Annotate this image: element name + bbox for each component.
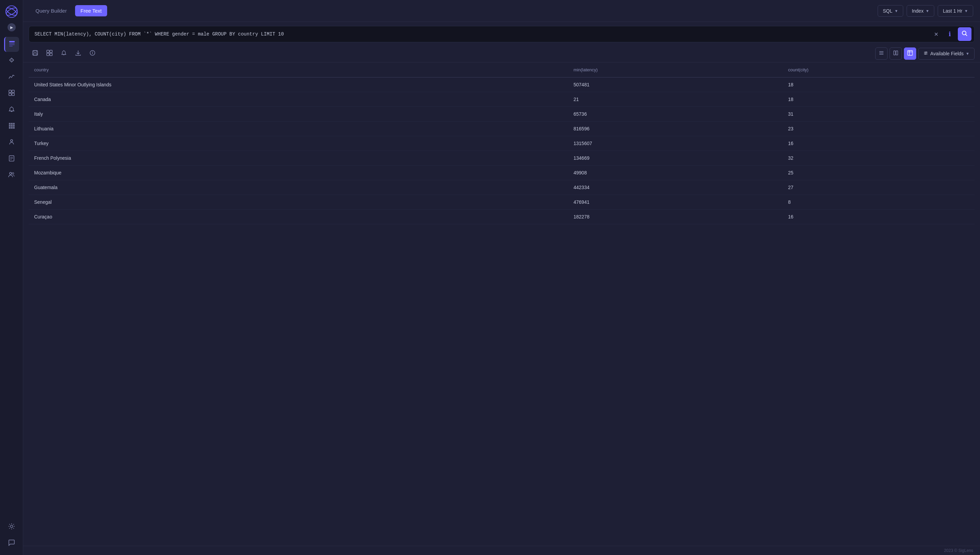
svg-rect-10: [12, 93, 14, 96]
run-query-button[interactable]: [958, 27, 972, 41]
time-label: Last 1 Hr: [943, 8, 962, 14]
sidebar-item-settings[interactable]: [4, 520, 19, 534]
grid-view-button[interactable]: [43, 47, 56, 60]
multiusers-icon: [8, 171, 15, 180]
topbar-controls: SQL ▼ Index ▼ Last 1 Hr ▼: [878, 5, 973, 17]
table-cell-country: Turkey: [29, 136, 568, 151]
table-view-button[interactable]: [904, 47, 916, 60]
save-button[interactable]: [29, 47, 42, 60]
sidebar-item-explore[interactable]: [4, 53, 19, 68]
svg-rect-44: [50, 53, 52, 56]
table-row: Lithuania81659623: [29, 122, 975, 136]
info-table-button[interactable]: [86, 47, 99, 60]
svg-rect-52: [896, 51, 898, 55]
sidebar-item-metrics[interactable]: [4, 70, 19, 85]
table-cell-min_latency: 134669: [568, 151, 783, 165]
svg-rect-3: [9, 41, 15, 42]
svg-rect-8: [12, 90, 14, 93]
table-row: Italy6573631: [29, 107, 975, 122]
metrics-icon: [8, 73, 15, 82]
toolbar-right: Available Fields ▼: [875, 47, 975, 60]
svg-rect-9: [9, 93, 11, 96]
table-row: Mozambique4990825: [29, 165, 975, 180]
tab-free-text[interactable]: Free Text: [75, 5, 107, 16]
svg-point-26: [12, 172, 14, 174]
tab-query-builder[interactable]: Query Builder: [30, 5, 72, 16]
main-content: Query Builder Free Text SQL ▼ Index ▼ La…: [23, 0, 980, 555]
reports-icon: [8, 155, 15, 164]
svg-point-25: [10, 172, 11, 175]
search-run-icon: [961, 30, 968, 38]
available-fields-label: Available Fields: [930, 51, 964, 56]
svg-line-32: [9, 524, 10, 525]
table-cell-count_city: 16: [782, 210, 975, 224]
sidebar-item-alerts[interactable]: [4, 103, 19, 117]
sun-icon: [8, 523, 15, 531]
index-dropdown[interactable]: Index ▼: [906, 5, 934, 17]
sidebar-item-dashboard[interactable]: [4, 86, 19, 101]
table-cell-min_latency: 182278: [568, 210, 783, 224]
sidebar-item-logs[interactable]: [4, 37, 19, 52]
column-header-min-latency[interactable]: min(latency): [568, 63, 783, 77]
table-cell-min_latency: 816596: [568, 122, 783, 136]
svg-rect-18: [11, 127, 13, 129]
svg-point-58: [926, 51, 927, 53]
results-table-container: country min(latency) count(city) United …: [29, 63, 975, 546]
table-cell-country: Mozambique: [29, 165, 568, 180]
table-cell-count_city: 18: [782, 92, 975, 107]
info-query-button[interactable]: ℹ: [944, 29, 955, 40]
footer-text: 2023 © SigLens: [944, 548, 973, 553]
sidebar-expand-button[interactable]: ▶: [8, 23, 16, 31]
footer: 2023 © SigLens: [23, 546, 980, 555]
grid-view-icon: [46, 50, 53, 57]
grid-icon: [8, 122, 15, 131]
chat-icon: [8, 539, 15, 548]
column-header-country[interactable]: country: [29, 63, 568, 77]
table-cell-count_city: 27: [782, 180, 975, 195]
svg-rect-7: [9, 90, 11, 93]
svg-point-20: [11, 140, 13, 142]
logs-icon: [8, 40, 15, 49]
clear-query-button[interactable]: ✕: [930, 29, 942, 40]
query-input[interactable]: [34, 31, 930, 37]
sidebar-item-multiusers[interactable]: [4, 168, 19, 183]
index-label: Index: [912, 8, 923, 14]
table-cell-min_latency: 442334: [568, 180, 783, 195]
transpose-view-button[interactable]: [890, 47, 902, 60]
svg-rect-53: [908, 51, 913, 55]
download-button[interactable]: [72, 47, 85, 60]
alerts-button[interactable]: [57, 47, 70, 60]
available-fields-button[interactable]: Available Fields ▼: [918, 48, 975, 60]
topbar: Query Builder Free Text SQL ▼ Index ▼ La…: [23, 0, 980, 22]
svg-rect-40: [34, 53, 37, 55]
svg-rect-51: [894, 51, 895, 55]
table-cell-country: Canada: [29, 92, 568, 107]
sql-chevron-icon: ▼: [894, 9, 898, 13]
table-cell-country: French Polynesia: [29, 151, 568, 165]
list-view-icon: [879, 50, 884, 57]
table-cell-min_latency: 476941: [568, 195, 783, 210]
table-cell-count_city: 18: [782, 77, 975, 92]
sidebar-item-reports[interactable]: [4, 152, 19, 167]
sql-dropdown[interactable]: SQL ▼: [878, 5, 903, 17]
table-cell-country: Italy: [29, 107, 568, 122]
fields-icon: [923, 51, 928, 57]
table-cell-country: Senegal: [29, 195, 568, 210]
query-bar: ✕ ℹ: [29, 26, 975, 42]
column-header-count-city[interactable]: count(city): [782, 63, 975, 77]
time-dropdown[interactable]: Last 1 Hr ▼: [938, 5, 973, 17]
sidebar-item-chat[interactable]: [4, 536, 19, 551]
svg-point-27: [10, 525, 13, 527]
svg-rect-41: [47, 50, 49, 53]
table-cell-country: Lithuania: [29, 122, 568, 136]
sql-label: SQL: [883, 8, 892, 14]
table-view-icon: [907, 50, 913, 57]
table-cell-count_city: 16: [782, 136, 975, 151]
list-view-button[interactable]: [875, 47, 887, 60]
transpose-icon: [893, 50, 898, 57]
topbar-tabs: Query Builder Free Text: [30, 5, 107, 16]
close-icon: ✕: [934, 31, 938, 37]
sidebar-item-grid[interactable]: [4, 119, 19, 134]
sidebar-item-users[interactable]: [4, 135, 19, 150]
table-cell-min_latency: 21: [568, 92, 783, 107]
